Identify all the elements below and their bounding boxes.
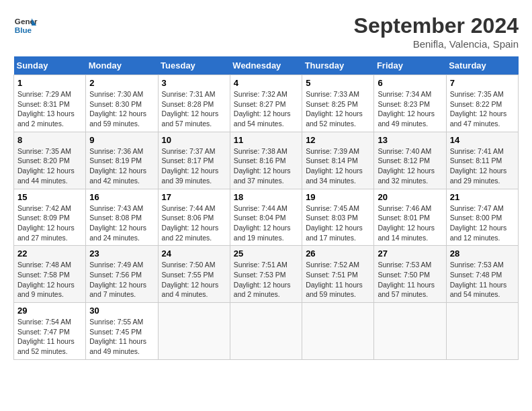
day-info: Sunrise: 7:29 AMSunset: 8:31 PMDaylight:… bbox=[17, 89, 82, 129]
calendar-header-row: Sunday Monday Tuesday Wednesday Thursday… bbox=[14, 56, 519, 75]
table-row: 18Sunrise: 7:44 AMSunset: 8:04 PMDayligh… bbox=[230, 189, 302, 246]
table-row: 6Sunrise: 7:34 AMSunset: 8:23 PMDaylight… bbox=[374, 75, 446, 132]
day-info: Sunrise: 7:47 AMSunset: 8:00 PMDaylight:… bbox=[450, 203, 515, 243]
col-wednesday: Wednesday bbox=[230, 56, 302, 75]
table-row: 21Sunrise: 7:47 AMSunset: 8:00 PMDayligh… bbox=[446, 189, 518, 246]
table-row: 26Sunrise: 7:52 AMSunset: 7:51 PMDayligh… bbox=[302, 246, 374, 303]
day-number: 25 bbox=[234, 248, 298, 259]
day-info: Sunrise: 7:52 AMSunset: 7:51 PMDaylight:… bbox=[306, 260, 370, 300]
day-number: 7 bbox=[450, 78, 515, 88]
day-number: 4 bbox=[234, 78, 298, 88]
day-info: Sunrise: 7:35 AMSunset: 8:22 PMDaylight:… bbox=[450, 89, 515, 129]
day-number: 5 bbox=[306, 78, 370, 88]
day-number: 9 bbox=[89, 135, 154, 145]
calendar-week-row: 1Sunrise: 7:29 AMSunset: 8:31 PMDaylight… bbox=[14, 75, 519, 132]
day-number: 26 bbox=[306, 248, 370, 259]
day-number: 13 bbox=[378, 135, 442, 145]
table-row: 30Sunrise: 7:55 AMSunset: 7:45 PMDayligh… bbox=[86, 303, 158, 360]
day-info: Sunrise: 7:44 AMSunset: 8:04 PMDaylight:… bbox=[234, 203, 298, 243]
day-number: 15 bbox=[17, 192, 82, 202]
calendar-table: Sunday Monday Tuesday Wednesday Thursday… bbox=[13, 56, 519, 360]
col-tuesday: Tuesday bbox=[158, 56, 230, 75]
day-info: Sunrise: 7:53 AMSunset: 7:50 PMDaylight:… bbox=[378, 260, 442, 300]
day-number: 30 bbox=[89, 306, 154, 316]
table-row: 13Sunrise: 7:40 AMSunset: 8:12 PMDayligh… bbox=[374, 132, 446, 189]
table-row: 3Sunrise: 7:31 AMSunset: 8:28 PMDaylight… bbox=[158, 75, 230, 132]
day-info: Sunrise: 7:33 AMSunset: 8:25 PMDaylight:… bbox=[306, 89, 370, 129]
day-info: Sunrise: 7:31 AMSunset: 8:28 PMDaylight:… bbox=[162, 89, 226, 129]
table-row: 2Sunrise: 7:30 AMSunset: 8:30 PMDaylight… bbox=[86, 75, 158, 132]
title-block: September 2024 Benifla, Valencia, Spain bbox=[354, 13, 519, 50]
day-number: 1 bbox=[17, 78, 82, 88]
calendar-week-row: 22Sunrise: 7:48 AMSunset: 7:58 PMDayligh… bbox=[14, 246, 519, 303]
day-info: Sunrise: 7:53 AMSunset: 7:48 PMDaylight:… bbox=[450, 260, 515, 300]
table-row bbox=[446, 303, 518, 360]
day-info: Sunrise: 7:40 AMSunset: 8:12 PMDaylight:… bbox=[378, 146, 442, 186]
col-sunday: Sunday bbox=[14, 56, 86, 75]
table-row bbox=[302, 303, 374, 360]
table-row: 12Sunrise: 7:39 AMSunset: 8:14 PMDayligh… bbox=[302, 132, 374, 189]
day-number: 3 bbox=[162, 78, 226, 88]
day-info: Sunrise: 7:44 AMSunset: 8:06 PMDaylight:… bbox=[162, 203, 226, 243]
day-number: 27 bbox=[378, 248, 442, 259]
day-info: Sunrise: 7:35 AMSunset: 8:20 PMDaylight:… bbox=[17, 146, 82, 186]
day-info: Sunrise: 7:36 AMSunset: 8:19 PMDaylight:… bbox=[89, 146, 154, 186]
table-row: 14Sunrise: 7:41 AMSunset: 8:11 PMDayligh… bbox=[446, 132, 518, 189]
month-title: September 2024 bbox=[354, 13, 519, 38]
day-number: 14 bbox=[450, 135, 515, 145]
table-row: 19Sunrise: 7:45 AMSunset: 8:03 PMDayligh… bbox=[302, 189, 374, 246]
day-number: 22 bbox=[17, 248, 82, 259]
table-row: 23Sunrise: 7:49 AMSunset: 7:56 PMDayligh… bbox=[86, 246, 158, 303]
table-row: 24Sunrise: 7:50 AMSunset: 7:55 PMDayligh… bbox=[158, 246, 230, 303]
day-info: Sunrise: 7:30 AMSunset: 8:30 PMDaylight:… bbox=[89, 89, 154, 129]
day-number: 16 bbox=[89, 192, 154, 202]
day-info: Sunrise: 7:45 AMSunset: 8:03 PMDaylight:… bbox=[306, 203, 370, 243]
svg-text:Blue: Blue bbox=[15, 26, 32, 34]
table-row: 1Sunrise: 7:29 AMSunset: 8:31 PMDaylight… bbox=[14, 75, 86, 132]
day-number: 8 bbox=[17, 135, 82, 145]
calendar-week-row: 29Sunrise: 7:54 AMSunset: 7:47 PMDayligh… bbox=[14, 303, 519, 360]
day-info: Sunrise: 7:42 AMSunset: 8:09 PMDaylight:… bbox=[17, 203, 82, 243]
day-info: Sunrise: 7:48 AMSunset: 7:58 PMDaylight:… bbox=[17, 260, 82, 300]
page-header: General Blue September 2024 Benifla, Val… bbox=[13, 13, 519, 50]
table-row: 20Sunrise: 7:46 AMSunset: 8:01 PMDayligh… bbox=[374, 189, 446, 246]
table-row: 16Sunrise: 7:43 AMSunset: 8:08 PMDayligh… bbox=[86, 189, 158, 246]
day-info: Sunrise: 7:32 AMSunset: 8:27 PMDaylight:… bbox=[234, 89, 298, 129]
day-number: 6 bbox=[378, 78, 442, 88]
day-info: Sunrise: 7:37 AMSunset: 8:17 PMDaylight:… bbox=[162, 146, 226, 186]
day-number: 24 bbox=[162, 248, 226, 259]
table-row: 15Sunrise: 7:42 AMSunset: 8:09 PMDayligh… bbox=[14, 189, 86, 246]
table-row: 29Sunrise: 7:54 AMSunset: 7:47 PMDayligh… bbox=[14, 303, 86, 360]
day-number: 29 bbox=[17, 306, 82, 316]
day-number: 20 bbox=[378, 192, 442, 202]
table-row bbox=[158, 303, 230, 360]
day-number: 10 bbox=[162, 135, 226, 145]
day-number: 12 bbox=[306, 135, 370, 145]
calendar-week-row: 15Sunrise: 7:42 AMSunset: 8:09 PMDayligh… bbox=[14, 189, 519, 246]
day-info: Sunrise: 7:51 AMSunset: 7:53 PMDaylight:… bbox=[234, 260, 298, 300]
col-friday: Friday bbox=[374, 56, 446, 75]
day-number: 2 bbox=[89, 78, 154, 88]
col-monday: Monday bbox=[86, 56, 158, 75]
day-info: Sunrise: 7:49 AMSunset: 7:56 PMDaylight:… bbox=[89, 260, 154, 300]
location: Benifla, Valencia, Spain bbox=[354, 38, 519, 50]
table-row: 11Sunrise: 7:38 AMSunset: 8:16 PMDayligh… bbox=[230, 132, 302, 189]
day-info: Sunrise: 7:38 AMSunset: 8:16 PMDaylight:… bbox=[234, 146, 298, 186]
table-row: 10Sunrise: 7:37 AMSunset: 8:17 PMDayligh… bbox=[158, 132, 230, 189]
day-number: 28 bbox=[450, 248, 515, 259]
table-row: 5Sunrise: 7:33 AMSunset: 8:25 PMDaylight… bbox=[302, 75, 374, 132]
logo-icon: General Blue bbox=[13, 13, 38, 38]
table-row: 17Sunrise: 7:44 AMSunset: 8:06 PMDayligh… bbox=[158, 189, 230, 246]
day-number: 17 bbox=[162, 192, 226, 202]
day-info: Sunrise: 7:46 AMSunset: 8:01 PMDaylight:… bbox=[378, 203, 442, 243]
table-row bbox=[374, 303, 446, 360]
table-row: 4Sunrise: 7:32 AMSunset: 8:27 PMDaylight… bbox=[230, 75, 302, 132]
table-row bbox=[230, 303, 302, 360]
day-info: Sunrise: 7:43 AMSunset: 8:08 PMDaylight:… bbox=[89, 203, 154, 243]
table-row: 7Sunrise: 7:35 AMSunset: 8:22 PMDaylight… bbox=[446, 75, 518, 132]
day-info: Sunrise: 7:34 AMSunset: 8:23 PMDaylight:… bbox=[378, 89, 442, 129]
day-number: 11 bbox=[234, 135, 298, 145]
day-number: 21 bbox=[450, 192, 515, 202]
col-thursday: Thursday bbox=[302, 56, 374, 75]
day-info: Sunrise: 7:55 AMSunset: 7:45 PMDaylight:… bbox=[89, 317, 154, 357]
